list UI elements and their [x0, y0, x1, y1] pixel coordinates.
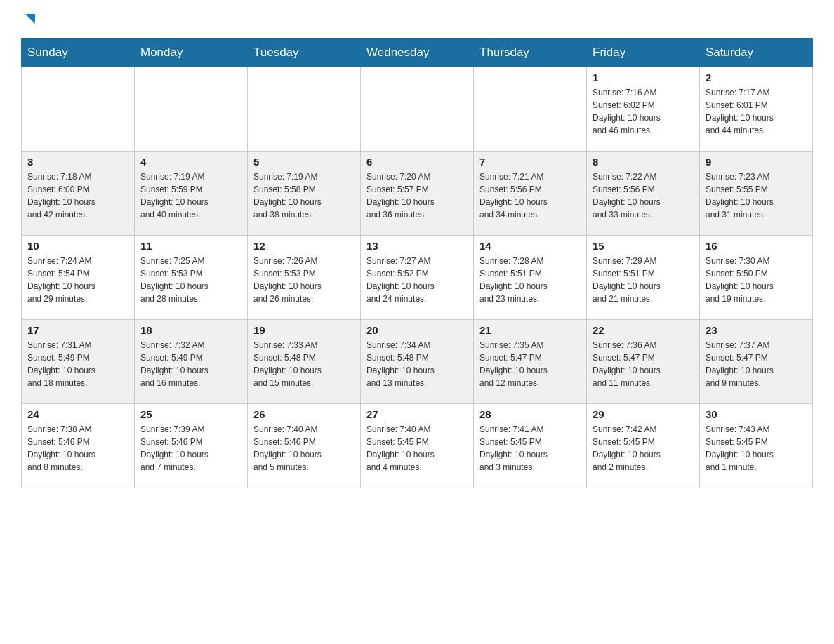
day-number: 9: [706, 156, 807, 168]
weekday-wednesday: Wednesday: [361, 39, 474, 67]
day-info: Sunrise: 7:36 AMSunset: 5:47 PMDaylight:…: [593, 339, 694, 389]
logo: [21, 14, 38, 24]
day-number: 7: [479, 156, 581, 168]
day-number: 23: [706, 324, 807, 336]
svg-marker-0: [25, 14, 35, 24]
calendar-cell: 16Sunrise: 7:30 AMSunset: 5:50 PMDayligh…: [700, 236, 813, 320]
calendar-week-2: 3Sunrise: 7:18 AMSunset: 6:00 PMDaylight…: [22, 152, 813, 236]
day-info: Sunrise: 7:37 AMSunset: 5:47 PMDaylight:…: [706, 339, 807, 389]
weekday-friday: Friday: [587, 39, 700, 67]
day-info: Sunrise: 7:43 AMSunset: 5:45 PMDaylight:…: [706, 423, 807, 474]
calendar-cell: [22, 67, 135, 152]
day-number: 3: [27, 156, 128, 168]
day-info: Sunrise: 7:39 AMSunset: 5:46 PMDaylight:…: [140, 423, 241, 474]
day-info: Sunrise: 7:23 AMSunset: 5:55 PMDaylight:…: [706, 170, 807, 221]
day-number: 26: [253, 408, 355, 420]
day-info: Sunrise: 7:17 AMSunset: 6:01 PMDaylight:…: [706, 86, 807, 137]
calendar-cell: 8Sunrise: 7:22 AMSunset: 5:56 PMDaylight…: [587, 152, 700, 236]
day-number: 21: [479, 324, 581, 336]
day-info: Sunrise: 7:25 AMSunset: 5:53 PMDaylight:…: [140, 255, 241, 305]
calendar-table: SundayMondayTuesdayWednesdayThursdayFrid…: [21, 38, 813, 488]
day-info: Sunrise: 7:21 AMSunset: 5:56 PMDaylight:…: [479, 170, 581, 221]
calendar-cell: 21Sunrise: 7:35 AMSunset: 5:47 PMDayligh…: [474, 320, 587, 404]
calendar-cell: 20Sunrise: 7:34 AMSunset: 5:48 PMDayligh…: [361, 320, 474, 404]
day-number: 22: [593, 324, 694, 336]
calendar-cell: 10Sunrise: 7:24 AMSunset: 5:54 PMDayligh…: [22, 236, 135, 320]
calendar-cell: 26Sunrise: 7:40 AMSunset: 5:46 PMDayligh…: [248, 404, 361, 488]
day-number: 28: [479, 408, 581, 420]
calendar-cell: 27Sunrise: 7:40 AMSunset: 5:45 PMDayligh…: [361, 404, 474, 488]
calendar-cell: 15Sunrise: 7:29 AMSunset: 5:51 PMDayligh…: [587, 236, 700, 320]
calendar-cell: 4Sunrise: 7:19 AMSunset: 5:59 PMDaylight…: [135, 152, 248, 236]
day-number: 20: [366, 324, 468, 336]
calendar-cell: 11Sunrise: 7:25 AMSunset: 5:53 PMDayligh…: [135, 236, 248, 320]
day-info: Sunrise: 7:40 AMSunset: 5:46 PMDaylight:…: [253, 423, 355, 474]
calendar-cell: [474, 67, 587, 152]
calendar-cell: 30Sunrise: 7:43 AMSunset: 5:45 PMDayligh…: [700, 404, 813, 488]
day-number: 8: [593, 156, 694, 168]
day-number: 24: [27, 408, 128, 420]
day-number: 18: [140, 324, 241, 336]
day-info: Sunrise: 7:34 AMSunset: 5:48 PMDaylight:…: [366, 339, 468, 389]
calendar-cell: 14Sunrise: 7:28 AMSunset: 5:51 PMDayligh…: [474, 236, 587, 320]
day-number: 17: [27, 324, 128, 336]
day-info: Sunrise: 7:31 AMSunset: 5:49 PMDaylight:…: [27, 339, 128, 389]
weekday-sunday: Sunday: [22, 39, 135, 67]
day-number: 14: [479, 240, 581, 252]
calendar-week-5: 24Sunrise: 7:38 AMSunset: 5:46 PMDayligh…: [22, 404, 813, 488]
day-info: Sunrise: 7:26 AMSunset: 5:53 PMDaylight:…: [253, 255, 355, 305]
day-number: 29: [593, 408, 694, 420]
day-number: 1: [593, 72, 694, 83]
day-number: 4: [140, 156, 241, 168]
weekday-header-row: SundayMondayTuesdayWednesdayThursdayFrid…: [22, 39, 813, 67]
day-info: Sunrise: 7:27 AMSunset: 5:52 PMDaylight:…: [366, 255, 468, 305]
page-header: [21, 14, 813, 24]
day-info: Sunrise: 7:32 AMSunset: 5:49 PMDaylight:…: [140, 339, 241, 389]
day-info: Sunrise: 7:30 AMSunset: 5:50 PMDaylight:…: [706, 255, 807, 305]
calendar-cell: 18Sunrise: 7:32 AMSunset: 5:49 PMDayligh…: [135, 320, 248, 404]
calendar-cell: 28Sunrise: 7:41 AMSunset: 5:45 PMDayligh…: [474, 404, 587, 488]
day-number: 16: [706, 240, 807, 252]
calendar-cell: 29Sunrise: 7:42 AMSunset: 5:45 PMDayligh…: [587, 404, 700, 488]
day-info: Sunrise: 7:38 AMSunset: 5:46 PMDaylight:…: [27, 423, 128, 474]
day-number: 25: [140, 408, 241, 420]
day-number: 10: [27, 240, 128, 252]
day-info: Sunrise: 7:41 AMSunset: 5:45 PMDaylight:…: [479, 423, 581, 474]
calendar-cell: 1Sunrise: 7:16 AMSunset: 6:02 PMDaylight…: [587, 67, 700, 152]
day-info: Sunrise: 7:35 AMSunset: 5:47 PMDaylight:…: [479, 339, 581, 389]
calendar-cell: 17Sunrise: 7:31 AMSunset: 5:49 PMDayligh…: [22, 320, 135, 404]
calendar-cell: 12Sunrise: 7:26 AMSunset: 5:53 PMDayligh…: [248, 236, 361, 320]
calendar-cell: [361, 67, 474, 152]
day-number: 30: [706, 408, 807, 420]
day-info: Sunrise: 7:24 AMSunset: 5:54 PMDaylight:…: [27, 255, 128, 305]
calendar-week-3: 10Sunrise: 7:24 AMSunset: 5:54 PMDayligh…: [22, 236, 813, 320]
day-info: Sunrise: 7:19 AMSunset: 5:58 PMDaylight:…: [253, 170, 355, 221]
day-info: Sunrise: 7:22 AMSunset: 5:56 PMDaylight:…: [593, 170, 694, 221]
day-number: 5: [253, 156, 355, 168]
logo-icon: [22, 11, 38, 27]
day-info: Sunrise: 7:40 AMSunset: 5:45 PMDaylight:…: [366, 423, 468, 474]
day-number: 27: [366, 408, 468, 420]
day-info: Sunrise: 7:28 AMSunset: 5:51 PMDaylight:…: [479, 255, 581, 305]
day-info: Sunrise: 7:29 AMSunset: 5:51 PMDaylight:…: [593, 255, 694, 305]
calendar-cell: 9Sunrise: 7:23 AMSunset: 5:55 PMDaylight…: [700, 152, 813, 236]
day-number: 12: [253, 240, 355, 252]
weekday-saturday: Saturday: [700, 39, 813, 67]
day-info: Sunrise: 7:20 AMSunset: 5:57 PMDaylight:…: [366, 170, 468, 221]
day-number: 2: [706, 72, 807, 83]
calendar-cell: [135, 67, 248, 152]
day-number: 13: [366, 240, 468, 252]
day-number: 6: [366, 156, 468, 168]
day-number: 19: [253, 324, 355, 336]
day-number: 11: [140, 240, 241, 252]
calendar-cell: 3Sunrise: 7:18 AMSunset: 6:00 PMDaylight…: [22, 152, 135, 236]
calendar-cell: 13Sunrise: 7:27 AMSunset: 5:52 PMDayligh…: [361, 236, 474, 320]
day-info: Sunrise: 7:42 AMSunset: 5:45 PMDaylight:…: [593, 423, 694, 474]
calendar-week-4: 17Sunrise: 7:31 AMSunset: 5:49 PMDayligh…: [22, 320, 813, 404]
calendar-cell: 7Sunrise: 7:21 AMSunset: 5:56 PMDaylight…: [474, 152, 587, 236]
calendar-cell: 5Sunrise: 7:19 AMSunset: 5:58 PMDaylight…: [248, 152, 361, 236]
calendar-week-1: 1Sunrise: 7:16 AMSunset: 6:02 PMDaylight…: [22, 67, 813, 152]
calendar-cell: 19Sunrise: 7:33 AMSunset: 5:48 PMDayligh…: [248, 320, 361, 404]
day-info: Sunrise: 7:18 AMSunset: 6:00 PMDaylight:…: [27, 170, 128, 221]
day-info: Sunrise: 7:16 AMSunset: 6:02 PMDaylight:…: [593, 86, 694, 137]
